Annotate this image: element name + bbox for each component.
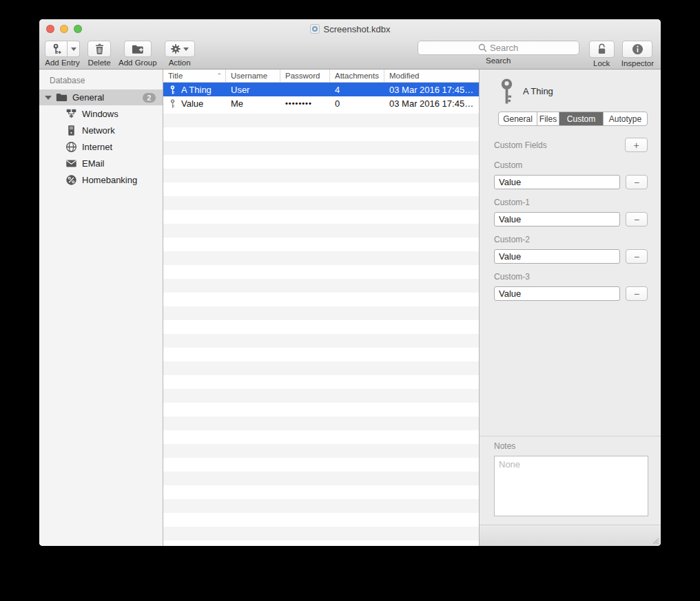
column-header-title[interactable]: Title ⌃ — [163, 70, 226, 82]
sidebar-item-windows[interactable]: Windows — [39, 105, 163, 122]
notes-section: Notes — [480, 436, 661, 519]
key-icon — [500, 78, 514, 104]
disclosure-triangle-icon[interactable] — [45, 96, 52, 100]
remove-custom-field-button[interactable]: − — [626, 175, 648, 189]
key-plus-icon — [50, 43, 62, 55]
notes-label: Notes — [494, 441, 661, 451]
table-header: Title ⌃ Username Password Attachments Mo… — [163, 70, 479, 83]
custom-fields-label: Custom Fields — [494, 140, 547, 150]
add-custom-field-button[interactable]: + — [625, 138, 648, 152]
titlebar: Screenshot.kdbx — [39, 19, 661, 39]
add-group-button[interactable] — [124, 41, 152, 57]
table-row[interactable]: A Thing User 4 03 Mar 2016 17:45… — [163, 83, 479, 96]
custom-field-label: Custom-1 — [494, 198, 648, 207]
table-row[interactable]: Value Me •••••••• 0 03 Mar 2016 17:45… — [163, 96, 479, 110]
remove-custom-field-button[interactable]: − — [626, 286, 648, 301]
add-entry-label: Add Entry — [45, 59, 80, 67]
resize-grip[interactable] — [652, 537, 659, 545]
cell-username: User — [226, 85, 280, 95]
action-label: Action — [169, 59, 191, 67]
add-entry-dropdown-button[interactable] — [68, 41, 80, 57]
cell-password: •••••••• — [280, 99, 330, 107]
cell-username: Me — [226, 98, 280, 109]
sidebar-item-internet[interactable]: Internet — [39, 138, 163, 155]
gear-icon — [170, 43, 181, 54]
sort-ascending-icon: ⌃ — [216, 72, 222, 79]
action-button[interactable] — [165, 41, 195, 57]
custom-field-value-input[interactable] — [494, 212, 620, 226]
tab-general[interactable]: General — [499, 112, 537, 125]
cell-title: Value — [181, 98, 203, 109]
search-icon — [478, 43, 487, 52]
custom-field-label: Custom-3 — [494, 272, 648, 282]
trash-icon — [94, 43, 105, 54]
inspector-button[interactable] — [622, 41, 652, 58]
sidebar-item-label: Homebanking — [82, 175, 137, 185]
custom-field-value-input[interactable] — [494, 175, 620, 189]
envelope-icon — [65, 158, 77, 169]
sidebar-section-header: Database — [39, 74, 163, 89]
sidebar-item-label: EMail — [82, 158, 105, 169]
info-icon — [632, 43, 644, 55]
tab-autotype[interactable]: Autotype — [604, 112, 647, 125]
sidebar-item-label: Internet — [82, 142, 112, 152]
cell-modified: 03 Mar 2016 17:45… — [384, 98, 479, 109]
search-placeholder: Search — [490, 43, 518, 53]
inspector-tabs: General Files Custom Autotype — [498, 112, 648, 126]
column-header-modified[interactable]: Modified — [384, 70, 479, 82]
chevron-down-icon — [71, 48, 76, 51]
cell-modified: 03 Mar 2016 17:45… — [384, 85, 479, 95]
add-entry-button[interactable] — [45, 41, 68, 57]
remove-custom-field-button[interactable]: − — [626, 249, 648, 264]
key-icon — [168, 99, 177, 108]
server-icon — [65, 125, 77, 136]
globe-icon — [65, 141, 77, 153]
folder-icon — [56, 92, 68, 103]
sidebar-item-label: Windows — [82, 109, 119, 119]
lock-button[interactable] — [589, 41, 615, 58]
lock-label: Lock — [593, 59, 610, 67]
tab-files[interactable]: Files — [537, 112, 559, 125]
custom-field-label: Custom — [494, 160, 648, 170]
minimize-window-button[interactable] — [60, 25, 68, 33]
custom-field-value-input[interactable] — [494, 249, 620, 264]
folder-plus-icon — [132, 44, 144, 54]
entry-count-badge: 2 — [143, 93, 156, 103]
chevron-down-icon — [183, 48, 189, 51]
sidebar-item-general[interactable]: General 2 — [39, 89, 163, 105]
remove-custom-field-button[interactable]: − — [626, 212, 648, 226]
sidebar-item-label: General — [72, 92, 104, 103]
sidebar-item-email[interactable]: EMail — [39, 155, 163, 171]
add-group-label: Add Group — [119, 59, 157, 67]
app-window: Screenshot.kdbx — [39, 19, 661, 546]
column-header-password[interactable]: Password — [280, 70, 330, 82]
column-header-attachments[interactable]: Attachments — [330, 70, 384, 82]
cell-title: A Thing — [181, 85, 212, 95]
search-input[interactable]: Search — [418, 41, 579, 55]
cell-attachments: 4 — [330, 85, 384, 95]
sidebar-item-network[interactable]: Network — [39, 122, 163, 138]
inspector-label: Inspector — [621, 59, 654, 67]
delete-button[interactable] — [88, 41, 111, 57]
column-header-username[interactable]: Username — [226, 70, 280, 82]
document-proxy-icon — [310, 24, 320, 34]
group-sidebar: Database General 2 — [39, 70, 163, 546]
lock-open-icon — [597, 43, 607, 55]
window-header: Screenshot.kdbx — [39, 19, 661, 70]
close-window-button[interactable] — [46, 25, 54, 33]
zoom-window-button[interactable] — [74, 25, 82, 33]
custom-field-label: Custom-2 — [494, 235, 648, 244]
inspector-entry-title: A Thing — [523, 86, 553, 96]
tab-custom[interactable]: Custom — [559, 112, 604, 125]
sidebar-item-label: Network — [82, 125, 115, 136]
entry-table: Title ⌃ Username Password Attachments Mo… — [163, 70, 479, 546]
search-label: Search — [486, 56, 511, 65]
sidebar-item-homebanking[interactable]: Homebanking — [39, 171, 163, 188]
notes-textarea[interactable] — [494, 456, 648, 516]
percent-icon — [65, 174, 77, 186]
delete-label: Delete — [88, 59, 110, 67]
toolbar: Add Entry Delete — [39, 39, 661, 70]
traffic-lights — [46, 25, 82, 33]
table-empty-area — [163, 114, 479, 546]
custom-field-value-input[interactable] — [494, 286, 620, 301]
